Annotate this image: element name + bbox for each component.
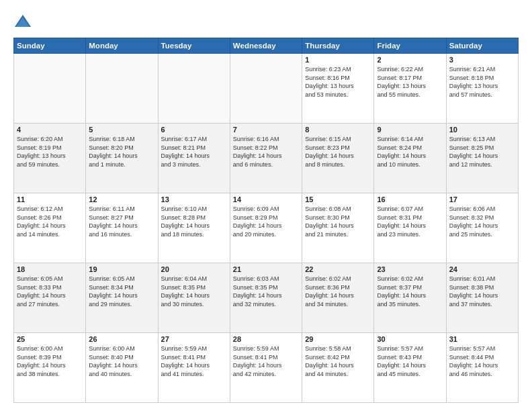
day-info: Sunrise: 5:59 AM Sunset: 8:41 PM Dayligh… (233, 345, 299, 378)
day-info: Sunrise: 6:00 AM Sunset: 8:40 PM Dayligh… (89, 345, 154, 378)
calendar-cell: 17Sunrise: 6:06 AM Sunset: 8:32 PM Dayli… (446, 193, 518, 263)
day-info: Sunrise: 5:59 AM Sunset: 8:41 PM Dayligh… (161, 345, 227, 378)
day-number: 2 (377, 56, 443, 64)
calendar-cell: 22Sunrise: 6:02 AM Sunset: 8:36 PM Dayli… (302, 263, 374, 333)
calendar-week-1: 1Sunrise: 6:23 AM Sunset: 8:16 PM Daylig… (14, 54, 519, 124)
day-number: 6 (161, 126, 227, 134)
day-info: Sunrise: 6:01 AM Sunset: 8:38 PM Dayligh… (449, 275, 515, 308)
day-number: 14 (233, 195, 299, 203)
day-number: 23 (377, 265, 443, 273)
calendar-cell: 24Sunrise: 6:01 AM Sunset: 8:38 PM Dayli… (446, 263, 518, 333)
calendar-cell: 29Sunrise: 5:58 AM Sunset: 8:42 PM Dayli… (302, 333, 374, 403)
day-info: Sunrise: 6:08 AM Sunset: 8:30 PM Dayligh… (305, 205, 371, 238)
day-number: 15 (305, 195, 371, 203)
calendar-cell: 7Sunrise: 6:16 AM Sunset: 8:22 PM Daylig… (230, 124, 302, 193)
day-number: 25 (17, 335, 83, 343)
calendar-cell: 13Sunrise: 6:10 AM Sunset: 8:28 PM Dayli… (158, 193, 230, 263)
day-info: Sunrise: 6:12 AM Sunset: 8:26 PM Dayligh… (17, 205, 83, 238)
calendar-cell: 9Sunrise: 6:14 AM Sunset: 8:24 PM Daylig… (374, 124, 446, 193)
calendar-cell: 23Sunrise: 6:02 AM Sunset: 8:37 PM Dayli… (374, 263, 446, 333)
day-info: Sunrise: 6:03 AM Sunset: 8:35 PM Dayligh… (233, 275, 299, 308)
weekday-header-sunday: Sunday (14, 38, 86, 54)
calendar-cell: 11Sunrise: 6:12 AM Sunset: 8:26 PM Dayli… (14, 193, 86, 263)
day-info: Sunrise: 6:02 AM Sunset: 8:36 PM Dayligh… (305, 275, 371, 308)
day-number: 30 (377, 335, 443, 343)
calendar-week-2: 4Sunrise: 6:20 AM Sunset: 8:19 PM Daylig… (14, 124, 519, 193)
day-info: Sunrise: 6:16 AM Sunset: 8:22 PM Dayligh… (233, 135, 299, 169)
day-number: 12 (89, 195, 154, 203)
day-number: 5 (89, 126, 154, 134)
calendar-cell (14, 54, 86, 124)
day-number: 26 (89, 335, 154, 343)
weekday-header-thursday: Thursday (302, 38, 374, 54)
day-number: 20 (161, 265, 227, 273)
weekday-header-tuesday: Tuesday (158, 38, 230, 54)
calendar-cell: 15Sunrise: 6:08 AM Sunset: 8:30 PM Dayli… (302, 193, 374, 263)
day-info: Sunrise: 6:07 AM Sunset: 8:31 PM Dayligh… (377, 205, 443, 238)
calendar-cell: 19Sunrise: 6:05 AM Sunset: 8:34 PM Dayli… (86, 263, 158, 333)
calendar-week-5: 25Sunrise: 6:00 AM Sunset: 8:39 PM Dayli… (14, 333, 519, 403)
day-number: 9 (377, 126, 443, 134)
day-info: Sunrise: 5:58 AM Sunset: 8:42 PM Dayligh… (305, 345, 371, 378)
page: SundayMondayTuesdayWednesdayThursdayFrid… (0, 0, 532, 411)
calendar-cell (86, 54, 158, 124)
day-info: Sunrise: 6:10 AM Sunset: 8:28 PM Dayligh… (161, 205, 227, 238)
day-info: Sunrise: 6:18 AM Sunset: 8:20 PM Dayligh… (89, 135, 154, 169)
calendar-cell: 31Sunrise: 5:57 AM Sunset: 8:44 PM Dayli… (446, 333, 518, 403)
calendar-cell: 16Sunrise: 6:07 AM Sunset: 8:31 PM Dayli… (374, 193, 446, 263)
calendar-cell: 30Sunrise: 5:57 AM Sunset: 8:43 PM Dayli… (374, 333, 446, 403)
day-number: 16 (377, 195, 443, 203)
header (13, 12, 519, 31)
day-info: Sunrise: 6:14 AM Sunset: 8:24 PM Dayligh… (377, 135, 443, 169)
logo (13, 12, 36, 31)
day-number: 17 (449, 195, 515, 203)
day-info: Sunrise: 6:15 AM Sunset: 8:23 PM Dayligh… (305, 135, 371, 169)
day-number: 13 (161, 195, 227, 203)
calendar-cell (230, 54, 302, 124)
day-number: 21 (233, 265, 299, 273)
day-number: 1 (305, 56, 371, 64)
calendar-table: SundayMondayTuesdayWednesdayThursdayFrid… (13, 38, 519, 403)
day-number: 3 (449, 56, 515, 64)
day-number: 8 (305, 126, 371, 134)
calendar-cell: 10Sunrise: 6:13 AM Sunset: 8:25 PM Dayli… (446, 124, 518, 193)
day-info: Sunrise: 6:05 AM Sunset: 8:33 PM Dayligh… (17, 275, 83, 308)
day-info: Sunrise: 5:57 AM Sunset: 8:44 PM Dayligh… (449, 345, 515, 378)
day-info: Sunrise: 6:04 AM Sunset: 8:35 PM Dayligh… (161, 275, 227, 308)
day-number: 31 (449, 335, 515, 343)
day-info: Sunrise: 6:06 AM Sunset: 8:32 PM Dayligh… (449, 205, 515, 238)
calendar-cell: 18Sunrise: 6:05 AM Sunset: 8:33 PM Dayli… (14, 263, 86, 333)
weekday-header-wednesday: Wednesday (230, 38, 302, 54)
calendar-cell: 12Sunrise: 6:11 AM Sunset: 8:27 PM Dayli… (86, 193, 158, 263)
day-info: Sunrise: 6:20 AM Sunset: 8:19 PM Dayligh… (17, 135, 83, 169)
weekday-header-row: SundayMondayTuesdayWednesdayThursdayFrid… (14, 38, 519, 54)
day-info: Sunrise: 6:23 AM Sunset: 8:16 PM Dayligh… (305, 65, 371, 99)
day-number: 18 (17, 265, 83, 273)
day-info: Sunrise: 6:11 AM Sunset: 8:27 PM Dayligh… (89, 205, 154, 238)
calendar-cell: 25Sunrise: 6:00 AM Sunset: 8:39 PM Dayli… (14, 333, 86, 403)
calendar-cell: 5Sunrise: 6:18 AM Sunset: 8:20 PM Daylig… (86, 124, 158, 193)
calendar-cell: 26Sunrise: 6:00 AM Sunset: 8:40 PM Dayli… (86, 333, 158, 403)
day-number: 22 (305, 265, 371, 273)
calendar-cell: 4Sunrise: 6:20 AM Sunset: 8:19 PM Daylig… (14, 124, 86, 193)
weekday-header-monday: Monday (86, 38, 158, 54)
day-number: 7 (233, 126, 299, 134)
calendar-cell (158, 54, 230, 124)
day-info: Sunrise: 6:09 AM Sunset: 8:29 PM Dayligh… (233, 205, 299, 238)
day-info: Sunrise: 6:02 AM Sunset: 8:37 PM Dayligh… (377, 275, 443, 308)
calendar-cell: 20Sunrise: 6:04 AM Sunset: 8:35 PM Dayli… (158, 263, 230, 333)
day-number: 28 (233, 335, 299, 343)
calendar-week-3: 11Sunrise: 6:12 AM Sunset: 8:26 PM Dayli… (14, 193, 519, 263)
calendar-cell: 6Sunrise: 6:17 AM Sunset: 8:21 PM Daylig… (158, 124, 230, 193)
calendar-cell: 2Sunrise: 6:22 AM Sunset: 8:17 PM Daylig… (374, 54, 446, 124)
calendar-cell: 21Sunrise: 6:03 AM Sunset: 8:35 PM Dayli… (230, 263, 302, 333)
day-info: Sunrise: 6:21 AM Sunset: 8:18 PM Dayligh… (449, 65, 515, 99)
day-info: Sunrise: 6:17 AM Sunset: 8:21 PM Dayligh… (161, 135, 227, 169)
day-number: 24 (449, 265, 515, 273)
day-number: 29 (305, 335, 371, 343)
day-info: Sunrise: 6:00 AM Sunset: 8:39 PM Dayligh… (17, 345, 83, 378)
calendar-cell: 1Sunrise: 6:23 AM Sunset: 8:16 PM Daylig… (302, 54, 374, 124)
day-number: 4 (17, 126, 83, 134)
day-info: Sunrise: 6:22 AM Sunset: 8:17 PM Dayligh… (377, 65, 443, 99)
day-number: 10 (449, 126, 515, 134)
